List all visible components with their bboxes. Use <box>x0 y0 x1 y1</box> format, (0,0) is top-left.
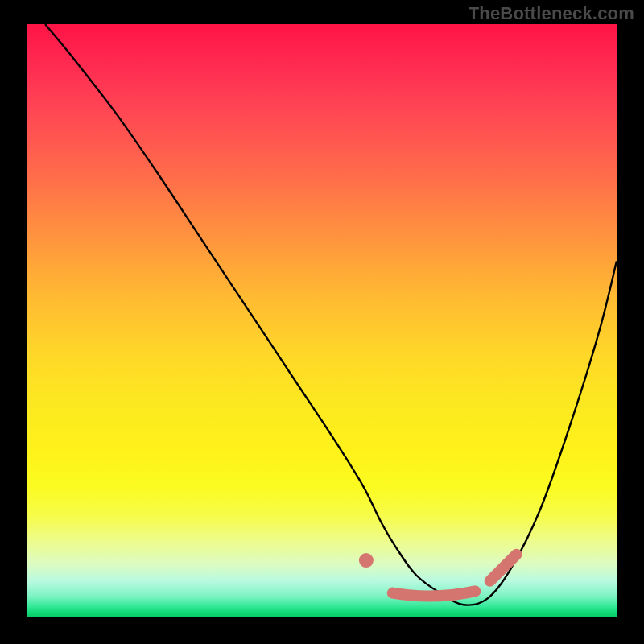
threshold-marker-dot <box>359 553 374 568</box>
watermark-text: TheBottleneck.com <box>469 3 634 24</box>
threshold-marker-valley <box>393 591 476 596</box>
chart-frame: TheBottleneck.com <box>0 0 644 644</box>
plot-area <box>27 24 617 617</box>
bottleneck-curve <box>45 24 617 605</box>
curve-layer <box>27 24 617 617</box>
